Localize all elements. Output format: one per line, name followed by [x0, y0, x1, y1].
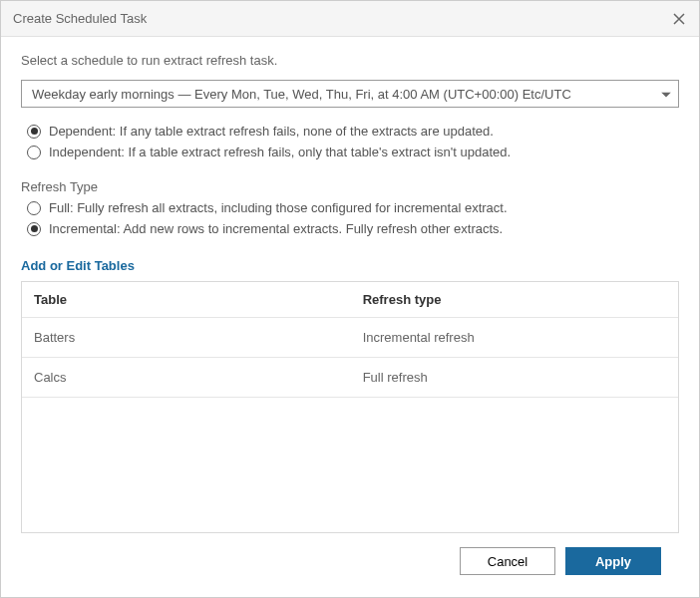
radio-icon [27, 222, 41, 236]
dependency-option-independent[interactable]: Independent: If a table extract refresh … [27, 145, 679, 159]
refresh-type-option-incremental[interactable]: Incremental: Add new rows to incremental… [27, 221, 679, 236]
create-scheduled-task-dialog: Create Scheduled Task Select a schedule … [0, 0, 700, 598]
table-header-table: Table [34, 292, 363, 307]
dependency-option-dependent[interactable]: Dependent: If any table extract refresh … [27, 124, 679, 139]
table-cell-name: Batters [34, 330, 363, 345]
table-cell-type: Incremental refresh [363, 330, 666, 345]
radio-icon [27, 125, 41, 139]
cancel-button[interactable]: Cancel [460, 547, 555, 575]
apply-button[interactable]: Apply [565, 547, 661, 575]
schedule-select-wrap: Weekday early mornings — Every Mon, Tue,… [21, 80, 679, 108]
dialog-body: Select a schedule to run extract refresh… [1, 37, 699, 597]
dialog-header: Create Scheduled Task [1, 1, 699, 37]
close-icon[interactable] [671, 11, 687, 27]
dependency-radio-group: Dependent: If any table extract refresh … [27, 124, 679, 165]
table-header-type: Refresh type [363, 292, 666, 307]
dialog-subtitle: Select a schedule to run extract refresh… [21, 53, 679, 68]
dialog-title: Create Scheduled Task [13, 11, 147, 26]
radio-icon [27, 146, 41, 159]
table-row[interactable]: Batters Incremental refresh [22, 318, 678, 358]
table-header-row: Table Refresh type [22, 282, 678, 318]
table-cell-name: Calcs [34, 370, 363, 385]
radio-label: Incremental: Add new rows to incremental… [49, 221, 503, 236]
table-cell-type: Full refresh [363, 370, 666, 385]
table-row[interactable]: Calcs Full refresh [22, 358, 678, 398]
refresh-type-label: Refresh Type [21, 179, 679, 194]
radio-label: Full: Fully refresh all extracts, includ… [49, 200, 508, 215]
refresh-type-radio-group: Full: Fully refresh all extracts, includ… [27, 200, 679, 242]
refresh-type-option-full[interactable]: Full: Fully refresh all extracts, includ… [27, 200, 679, 215]
schedule-select[interactable]: Weekday early mornings — Every Mon, Tue,… [21, 80, 679, 108]
radio-icon [27, 201, 41, 215]
add-or-edit-tables-link[interactable]: Add or Edit Tables [21, 258, 679, 273]
tables-grid: Table Refresh type Batters Incremental r… [21, 281, 679, 533]
dialog-footer: Cancel Apply [21, 533, 679, 589]
radio-label: Independent: If a table extract refresh … [49, 145, 511, 159]
radio-label: Dependent: If any table extract refresh … [49, 124, 494, 139]
